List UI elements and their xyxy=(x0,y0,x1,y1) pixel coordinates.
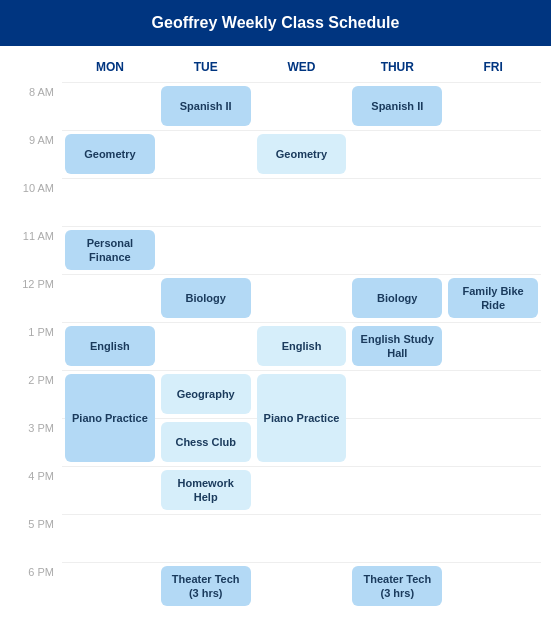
time-label-10am: 10 AM xyxy=(10,178,62,226)
day-mon: MON xyxy=(62,56,158,78)
day-wed: WED xyxy=(254,56,350,78)
days-header: MON TUE WED THUR FRI xyxy=(10,56,541,78)
page-title: Geoffrey Weekly Class Schedule xyxy=(152,14,400,31)
time-label-5pm: 5 PM xyxy=(10,514,62,562)
time-label-12pm: 12 PM xyxy=(10,274,62,322)
time-label-2pm: 2 PM xyxy=(10,370,62,418)
header: Geoffrey Weekly Class Schedule xyxy=(0,0,551,46)
day-fri: FRI xyxy=(445,56,541,78)
time-label-8am: 8 AM xyxy=(10,82,62,130)
grid-body: 8 AM9 AM10 AM11 AM12 PM1 PM2 PM3 PM4 PM5… xyxy=(10,82,541,578)
time-label-1pm: 1 PM xyxy=(10,322,62,370)
day-thur: THUR xyxy=(349,56,445,78)
time-label-11am: 11 AM xyxy=(10,226,62,274)
time-label-9am: 9 AM xyxy=(10,130,62,178)
time-label-6pm: 6 PM xyxy=(10,562,62,578)
day-tue: TUE xyxy=(158,56,254,78)
time-label-3pm: 3 PM xyxy=(10,418,62,466)
time-label-4pm: 4 PM xyxy=(10,466,62,514)
schedule-container: MON TUE WED THUR FRI 8 AM9 AM10 AM11 AM1… xyxy=(0,46,551,588)
